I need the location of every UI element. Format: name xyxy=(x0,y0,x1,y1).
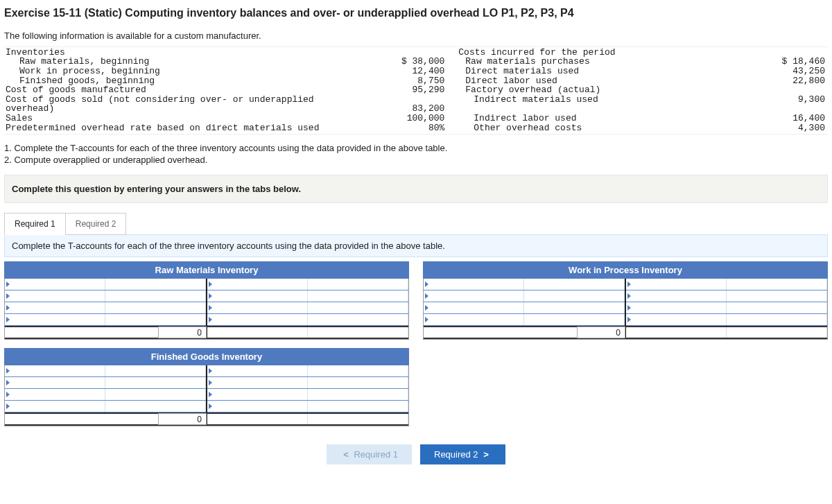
exercise-title: Exercise 15-11 (Static) Computing invent… xyxy=(4,6,828,21)
t-account-title-wip: Work in Process Inventory xyxy=(423,261,828,279)
tab-required-1[interactable]: Required 1 xyxy=(4,213,66,235)
tab-required-2[interactable]: Required 2 xyxy=(65,213,127,235)
wip-debit-total: 0 xyxy=(577,327,625,338)
prev-required-button[interactable]: < Required 1 xyxy=(327,444,412,464)
fg-debit-total: 0 xyxy=(158,413,207,425)
wip-credit-row[interactable] xyxy=(626,279,727,290)
answer-prompt-bar: Complete this question by entering your … xyxy=(4,175,828,203)
rm-debit-row[interactable] xyxy=(5,279,105,290)
step-1: 1. Complete the T-accounts for each of t… xyxy=(4,143,828,153)
t-account-raw-materials: Raw Materials Inventory 0 xyxy=(4,261,409,340)
t-account-title-fg: Finished Goods Inventory xyxy=(4,348,409,365)
costs-header: Costs incurred for the period xyxy=(446,48,726,58)
requirement-tabs: Required 1 Required 2 xyxy=(4,213,828,235)
next-required-button[interactable]: Required 2 > xyxy=(420,444,505,464)
t-account-wip: Work in Process Inventory 0 xyxy=(423,261,828,340)
rm-credit-row[interactable] xyxy=(207,279,308,290)
intro-text: The following information is available f… xyxy=(4,31,828,41)
rm-debit-total: 0 xyxy=(158,327,207,338)
t-account-finished-goods: Finished Goods Inventory 0 xyxy=(4,348,409,426)
step-2: 2. Compute overapplied or underapplied o… xyxy=(4,155,828,165)
given-data-block: Inventories Costs incurred for the perio… xyxy=(4,46,828,135)
tab-instruction: Complete the T-accounts for each of the … xyxy=(4,234,828,257)
chevron-left-icon: < xyxy=(340,449,352,460)
fg-credit-row[interactable] xyxy=(207,365,308,376)
inventories-header: Inventories xyxy=(6,48,366,58)
t-account-title-rm: Raw Materials Inventory xyxy=(4,261,409,279)
fg-debit-row[interactable] xyxy=(5,365,105,376)
instruction-steps: 1. Complete the T-accounts for each of t… xyxy=(4,143,828,165)
chevron-right-icon: > xyxy=(480,449,492,460)
wip-debit-row[interactable] xyxy=(424,279,524,290)
